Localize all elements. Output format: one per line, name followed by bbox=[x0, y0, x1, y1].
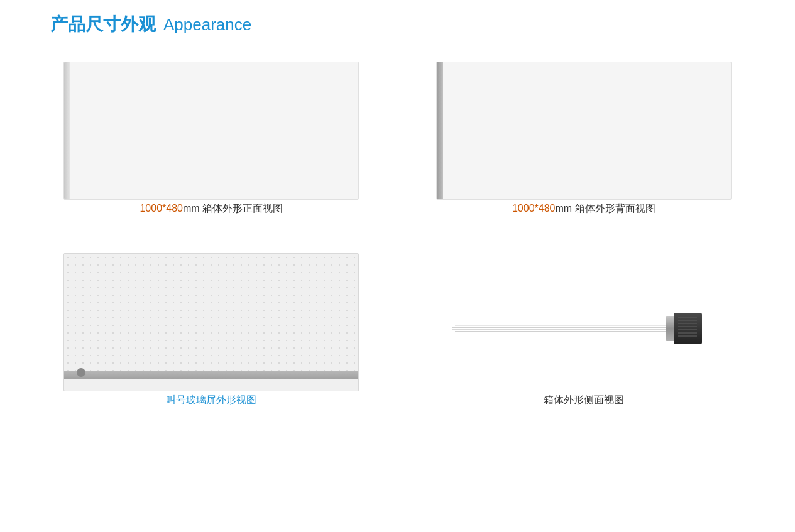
svg-rect-2 bbox=[666, 316, 675, 341]
back-view-caption: 1000*480mm 箱体外形背面视图 bbox=[512, 202, 655, 215]
back-caption-suffix: 箱体外形背面视图 bbox=[572, 203, 655, 214]
image-item-back: 1000*480mm 箱体外形背面视图 bbox=[423, 62, 745, 215]
glass-view-box bbox=[63, 253, 359, 391]
image-item-side: 箱体外形侧面视图 bbox=[423, 253, 745, 407]
title-chinese: 产品尺寸外观 bbox=[50, 13, 156, 36]
glass-lens bbox=[77, 368, 85, 377]
front-view-box bbox=[63, 62, 359, 200]
side-view-device bbox=[452, 303, 716, 341]
image-item-glass: 叫号玻璃屏外形视图 bbox=[50, 253, 373, 407]
glass-view-caption: 叫号玻璃屏外形视图 bbox=[166, 394, 256, 407]
front-caption-suffix: 箱体外形正面视图 bbox=[200, 203, 283, 214]
image-item-front: 1000*480mm 箱体外形正面视图 bbox=[50, 62, 373, 215]
side-view-caption: 箱体外形侧面视图 bbox=[544, 394, 624, 407]
back-caption-unit: mm bbox=[555, 203, 572, 214]
title-english: Appearance bbox=[163, 15, 251, 35]
images-grid: 1000*480mm 箱体外形正面视图 1000*480mm 箱体外形背面视图 bbox=[50, 62, 745, 407]
glass-view-image bbox=[63, 253, 359, 391]
glass-caption-link[interactable]: 叫号玻璃屏外形视图 bbox=[166, 394, 256, 405]
back-view-box bbox=[436, 62, 732, 200]
glass-dot-pattern bbox=[64, 254, 358, 371]
page-container: 产品尺寸外观 Appearance 1000*480mm 箱体外形正面视图 10… bbox=[50, 13, 745, 407]
back-view-image bbox=[436, 62, 732, 200]
front-caption-unit: mm bbox=[183, 203, 200, 214]
side-view-image bbox=[436, 253, 732, 391]
side-view-svg bbox=[452, 303, 716, 354]
front-caption-number: 1000*480 bbox=[140, 203, 183, 214]
front-view-image bbox=[63, 62, 359, 200]
side-caption-text: 箱体外形侧面视图 bbox=[544, 394, 624, 405]
page-title-section: 产品尺寸外观 Appearance bbox=[50, 13, 745, 36]
front-view-caption: 1000*480mm 箱体外形正面视图 bbox=[140, 202, 283, 215]
back-caption-number: 1000*480 bbox=[512, 203, 556, 214]
